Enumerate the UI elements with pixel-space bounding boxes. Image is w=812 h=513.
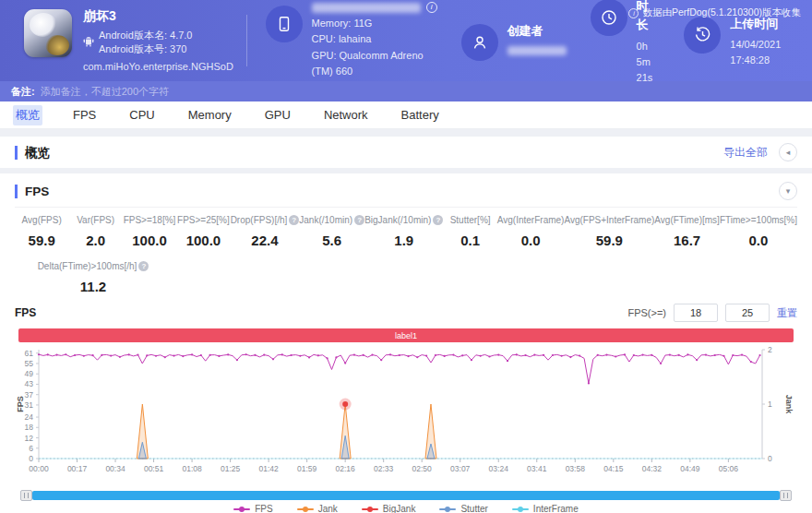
- metric-label: Avg(FPS): [15, 215, 68, 225]
- fps-chart-label: FPS: [15, 306, 36, 319]
- tab-network[interactable]: Network: [321, 106, 371, 124]
- help-icon[interactable]: ?: [354, 215, 364, 225]
- legend-item-interframe[interactable]: InterFrame: [512, 504, 579, 513]
- metric-fps-25-: FPS>=25[%]100.0: [176, 215, 230, 248]
- metric-value: 59.9: [15, 233, 68, 248]
- label-range-bar[interactable]: label1: [18, 328, 794, 342]
- collapse-left-arrow-icon[interactable]: ◂: [779, 143, 797, 161]
- metric-value: 5.6: [299, 233, 364, 248]
- metric-drop-fps-h-: Drop(FPS)[/h]?22.4: [231, 215, 300, 248]
- tab-bar: 概览FPSCPUMemoryGPUNetworkBattery: [0, 101, 812, 129]
- fps-chart: 06121824313743495561012FPSJank00:0000:17…: [15, 344, 797, 488]
- svg-text:49: 49: [25, 369, 34, 378]
- fps-threshold-input-2[interactable]: [725, 304, 770, 322]
- device-name-redacted: [312, 3, 421, 13]
- clock-icon: [591, 0, 627, 36]
- tab-cpu[interactable]: CPU: [126, 106, 157, 124]
- device-memory: Memory: 11G: [312, 16, 437, 31]
- creator-label: 创建者: [508, 22, 567, 41]
- metric-label: Stutter[%]: [443, 215, 496, 225]
- svg-text:2: 2: [768, 345, 772, 354]
- export-all-link[interactable]: 导出全部: [723, 145, 768, 161]
- svg-text:03:24: 03:24: [489, 464, 509, 473]
- chart-range-scrollbar: [20, 490, 792, 501]
- svg-text:43: 43: [25, 379, 34, 388]
- svg-text:01:25: 01:25: [221, 464, 241, 473]
- svg-text:31: 31: [25, 400, 34, 410]
- fps-metrics-row2: Delta(FTime)>100ms[/h]?11.2: [15, 261, 797, 294]
- legend-item-bigjank[interactable]: BigJank: [362, 504, 416, 513]
- fps-panel: FPS ▾ Avg(FPS)59.9Var(FPS)2.0FPS>=18[%]1…: [0, 173, 812, 513]
- help-icon[interactable]: ?: [138, 261, 149, 271]
- header-divider: [246, 15, 247, 66]
- svg-text:02:16: 02:16: [336, 464, 356, 473]
- tab-memory[interactable]: Memory: [185, 106, 234, 124]
- metric-label: FPS>=18[%]: [123, 215, 176, 225]
- metric-value: 0.0: [720, 233, 797, 248]
- upload-time-value: 14/04/2021 17:48:28: [730, 37, 788, 68]
- metric-value: 16.7: [654, 233, 720, 248]
- svg-text:05:06: 05:06: [719, 464, 739, 473]
- legend-label: Jank: [318, 504, 338, 513]
- svg-text:00:34: 00:34: [105, 464, 125, 473]
- help-icon[interactable]: ?: [433, 215, 443, 225]
- note-label: 备注:: [11, 85, 35, 99]
- legend-marker-icon: [439, 508, 456, 510]
- metric-delta-ftime-100ms-h-: Delta(FTime)>100ms[/h]?11.2: [15, 261, 172, 294]
- reset-link[interactable]: 重置: [777, 306, 797, 320]
- creator-name-redacted: [508, 46, 567, 55]
- legend-item-stutter[interactable]: Stutter: [439, 504, 487, 513]
- android-icon: [83, 35, 94, 51]
- metric-ftime-100ms-: FTime>=100ms[%]0.0: [720, 215, 797, 248]
- metric-label: Delta(FTime)>100ms[/h]?: [15, 261, 172, 271]
- metric-label: FTime>=100ms[%]: [720, 215, 797, 225]
- grip-icon: [783, 493, 788, 498]
- svg-text:01:08: 01:08: [182, 464, 202, 473]
- tab-fps[interactable]: FPS: [70, 106, 99, 124]
- metric-value: 0.0: [497, 233, 565, 248]
- tab-battery[interactable]: Battery: [399, 106, 442, 124]
- metric-value: 0.1: [443, 233, 496, 248]
- tab-概览[interactable]: 概览: [13, 105, 42, 125]
- scrollbar-left-handle[interactable]: [20, 490, 32, 501]
- metric-avg-fps-interframe-: Avg(FPS+InterFrame)59.9: [564, 215, 654, 248]
- app-icon: [24, 9, 72, 57]
- device-info: i Memory: 11G CPU: lahaina GPU: Qualcomm…: [266, 2, 437, 78]
- legend-item-jank[interactable]: Jank: [297, 504, 338, 513]
- overview-title: 概览: [15, 146, 50, 160]
- collector-version: i 数据由PerfDog(5.1.210300)版本收集: [628, 6, 801, 19]
- fps-metrics-row1: Avg(FPS)59.9Var(FPS)2.0FPS>=18[%]100.0FP…: [15, 215, 797, 248]
- fps-threshold-input-1[interactable]: [674, 304, 718, 322]
- metric-label: FPS>=25[%]: [176, 215, 230, 225]
- svg-text:12: 12: [25, 434, 34, 443]
- android-version-name: Android版本名: 4.7.0: [99, 29, 193, 42]
- fps-chart-svg[interactable]: 06121824313743495561012FPSJank00:0000:17…: [15, 344, 797, 484]
- svg-text:04:15: 04:15: [603, 464, 624, 473]
- perfdog-report-page: 崩坏3 Android版本名: 4.7.0 Android版本号: 370 co…: [0, 0, 812, 513]
- metric-value: 100.0: [176, 233, 230, 248]
- legend-label: InterFrame: [533, 504, 579, 513]
- svg-text:02:33: 02:33: [374, 464, 394, 473]
- metric-value: 2.0: [68, 233, 122, 248]
- legend-label: FPS: [255, 504, 272, 513]
- info-icon: i: [628, 8, 639, 18]
- note-placeholder: 添加备注，不超过200个字符: [41, 85, 169, 99]
- svg-text:00:51: 00:51: [144, 464, 164, 473]
- upload-info: 上传时间 14/04/2021 17:48:28: [684, 13, 788, 68]
- legend-marker-icon: [512, 508, 529, 510]
- metric-bigjank-10min-: BigJank(/10min)?1.9: [364, 215, 443, 248]
- help-icon[interactable]: ?: [289, 215, 299, 225]
- svg-text:18: 18: [25, 423, 34, 432]
- scrollbar-right-handle[interactable]: [780, 490, 792, 501]
- tab-gpu[interactable]: GPU: [262, 106, 293, 124]
- fps-threshold-label: FPS(>=): [627, 307, 666, 318]
- scrollbar-track[interactable]: [32, 491, 780, 500]
- info-icon[interactable]: i: [426, 2, 437, 13]
- svg-text:00:00: 00:00: [29, 464, 49, 473]
- svg-text:03:41: 03:41: [527, 464, 547, 473]
- note-bar[interactable]: 备注: 添加备注，不超过200个字符: [0, 81, 812, 101]
- collapse-chevron-icon[interactable]: ▾: [779, 182, 797, 200]
- chart-legend: FPSJankBigJankStutterInterFrame: [15, 504, 797, 513]
- legend-item-fps[interactable]: FPS: [233, 504, 272, 513]
- metric-value: 59.9: [564, 233, 654, 248]
